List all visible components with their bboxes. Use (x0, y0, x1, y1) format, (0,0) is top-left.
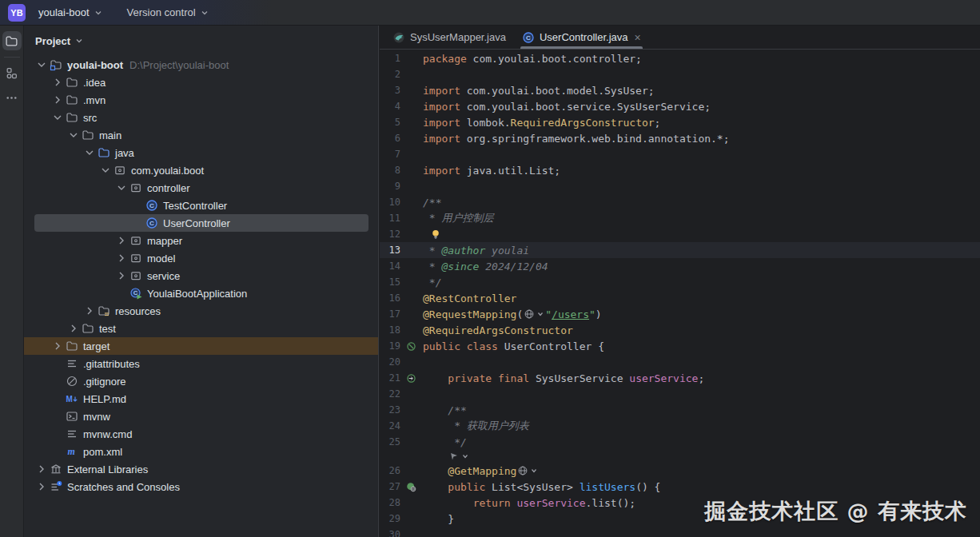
chevron-down-icon[interactable] (530, 465, 538, 476)
code-line-13[interactable]: 13 * @author youlai (380, 242, 980, 258)
tree-item-model[interactable]: model (24, 249, 378, 267)
chevron-down-icon[interactable] (115, 181, 128, 194)
code-text: @GetMapping (418, 465, 980, 477)
tree-item-service[interactable]: service (24, 267, 378, 284)
code-line-24[interactable]: 24 * 获取用户列表 (380, 418, 980, 434)
code-line-8[interactable]: 8import java.util.List; (380, 162, 980, 178)
code-line-27[interactable]: 27 public List<SysUser> listUsers() { (380, 479, 980, 495)
chevron-right-icon[interactable] (67, 322, 80, 335)
chevron-down-icon[interactable] (83, 146, 96, 159)
code-line-1[interactable]: 1package com.youlai.boot.controller; (380, 50, 980, 66)
chevron-down-icon[interactable] (536, 308, 544, 320)
code-line-9[interactable]: 9 (380, 178, 980, 194)
code-line-7[interactable]: 7 (380, 146, 980, 162)
chevron-right-icon[interactable] (115, 252, 128, 265)
tree-item-test[interactable]: test (24, 320, 378, 337)
tree-item-mvnw[interactable]: mvnw (24, 408, 378, 425)
structure-tool-button[interactable] (2, 63, 22, 82)
chevron-down-icon[interactable] (99, 164, 112, 177)
token: ) (596, 308, 602, 320)
chevron-down-icon[interactable] (51, 111, 64, 124)
tree-item-resources[interactable]: resources (24, 302, 378, 320)
code-line-2[interactable]: 2 (380, 66, 980, 82)
tree-item-com-youlai-boot[interactable]: com.youlai.boot (24, 161, 378, 179)
tree-item--idea[interactable]: .idea (24, 74, 378, 91)
code-line-10[interactable]: 10/** (380, 194, 980, 210)
folder-icon (66, 111, 78, 124)
code-editor[interactable]: 1package com.youlai.boot.controller;23im… (380, 50, 980, 537)
app-logo[interactable]: YB (8, 4, 26, 22)
chevron-right-icon[interactable] (51, 93, 64, 106)
maven-file-icon: m (66, 445, 78, 458)
tree-item-youlai-boot[interactable]: youlai-bootD:\Project\youlai-boot (24, 56, 378, 74)
inlay-action-icon[interactable] (448, 451, 460, 462)
tree-item-usercontroller[interactable]: CUserController (24, 214, 378, 232)
tree-item--mvn[interactable]: .mvn (24, 91, 378, 109)
tree-item--gitattributes[interactable]: .gitattributes (24, 355, 378, 372)
chevron-down-icon[interactable] (35, 58, 48, 71)
chevron-down-icon[interactable] (461, 451, 469, 462)
code-line-22[interactable]: 22 (380, 386, 980, 402)
code-line-23[interactable]: 23 /** (380, 402, 980, 418)
chevron-right-icon[interactable] (51, 76, 64, 89)
code-line-18[interactable]: 18@RequiredArgsConstructor (380, 322, 980, 338)
code-line-12[interactable]: 12 (380, 226, 980, 242)
tree-item-src[interactable]: src (24, 109, 378, 126)
line-number: 17 (380, 308, 404, 320)
token: import (423, 117, 460, 129)
editor-tab-usercontroller-java[interactable]: CUserController.java× (514, 26, 649, 49)
chevron-down-icon[interactable] (67, 129, 80, 141)
tree-item-main[interactable]: main (24, 126, 378, 144)
project-widget[interactable]: youlai-boot (34, 4, 108, 21)
tree-item-testcontroller[interactable]: CTestController (24, 197, 378, 214)
tree-item-scratches-and-consoles[interactable]: Scratches and Consoles (24, 478, 378, 495)
url-mapping-gutter-icon[interactable] (404, 482, 418, 492)
tab-label: SysUserMapper.java (410, 31, 506, 43)
spring-bean-gutter-icon[interactable] (404, 341, 418, 352)
code-line-6[interactable]: 6import org.springframework.web.bind.ann… (380, 130, 980, 146)
tree-item-target[interactable]: target (24, 337, 378, 355)
code-line-21[interactable]: 21 private final SysUserService userServ… (380, 370, 980, 386)
project-tool-button[interactable] (2, 31, 22, 50)
code-line-17[interactable]: 17@RequestMapping("/users") (380, 306, 980, 322)
vcs-widget[interactable]: Version control (122, 4, 214, 21)
line-number: 13 (380, 245, 404, 256)
globe-icon[interactable] (524, 308, 535, 320)
code-line-15[interactable]: 15 */ (380, 274, 980, 290)
more-tool-button[interactable] (2, 88, 22, 107)
token: public (423, 340, 460, 352)
code-line-19[interactable]: 19public class UserController { (380, 338, 980, 354)
code-line-30[interactable]: 30 (380, 527, 980, 537)
tree-item-controller[interactable]: controller (24, 179, 378, 197)
code-inlay-row[interactable] (380, 450, 980, 463)
autowired-gutter-icon[interactable] (404, 373, 418, 384)
tree-item-java[interactable]: java (24, 144, 378, 161)
tree-item-help-md[interactable]: MHELP.md (24, 390, 378, 408)
project-panel-header[interactable]: Project (24, 26, 378, 56)
code-line-3[interactable]: 3import com.youlai.boot.model.SysUser; (380, 82, 980, 98)
chevron-right-icon[interactable] (51, 340, 64, 352)
code-line-26[interactable]: 26 @GetMapping (380, 463, 980, 479)
code-line-11[interactable]: 11 * 用户控制层 (380, 210, 980, 226)
tree-item-youlaibootapplication[interactable]: CYoulaiBootApplication (24, 284, 378, 302)
close-tab-icon[interactable]: × (635, 32, 641, 43)
code-line-16[interactable]: 16@RestController (380, 290, 980, 306)
chevron-right-icon[interactable] (35, 480, 48, 493)
intention-bulb-icon[interactable] (430, 229, 441, 240)
tree-item-mvnw-cmd[interactable]: mvnw.cmd (24, 425, 378, 443)
chevron-right-icon[interactable] (83, 304, 96, 317)
chevron-right-icon[interactable] (115, 269, 128, 282)
editor-tab-sysusermapper-java[interactable]: SysUserMapper.java (384, 26, 514, 49)
globe-icon[interactable] (517, 465, 528, 476)
chevron-right-icon[interactable] (115, 234, 128, 247)
tree-item-pom-xml[interactable]: mpom.xml (24, 443, 378, 460)
tree-item-mapper[interactable]: mapper (24, 232, 378, 249)
chevron-right-icon[interactable] (35, 463, 48, 475)
tree-item--gitignore[interactable]: .gitignore (24, 372, 378, 390)
code-line-20[interactable]: 20 (380, 354, 980, 370)
code-line-25[interactable]: 25 */ (380, 434, 980, 450)
code-line-14[interactable]: 14 * @since 2024/12/04 (380, 258, 980, 274)
code-line-4[interactable]: 4import com.youlai.boot.service.SysUserS… (380, 98, 980, 114)
code-line-5[interactable]: 5import lombok.RequiredArgsConstructor; (380, 114, 980, 130)
tree-item-external-libraries[interactable]: External Libraries (24, 460, 378, 478)
